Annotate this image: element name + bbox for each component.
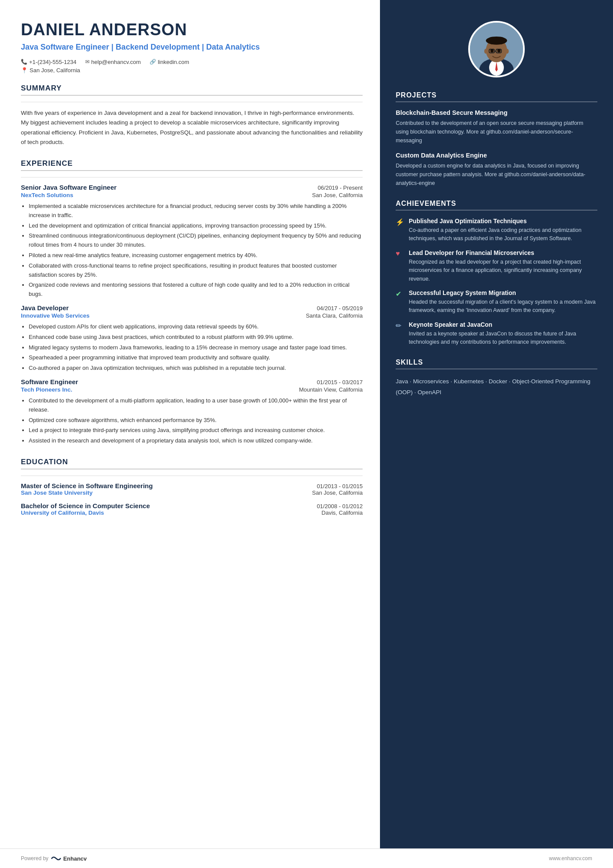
achievement-4: ✏ Keynote Speaker at JavaCon Invited as … [396,321,597,347]
edu-1-school-row: San Jose State University San Jose, Cali… [21,489,363,496]
enhancv-icon [51,855,61,862]
edu-1: Master of Science in Software Engineerin… [21,482,363,496]
bullet: Organized code reviews and mentoring ses… [29,281,363,299]
edu-2-location: Davis, California [322,509,363,516]
job-1-location: San Jose, California [312,192,363,198]
achievement-1-title: Published Java Optimization Techniques [409,218,597,225]
bullet: Optimized core software algorithms, whic… [29,416,363,425]
edu-1-school: San Jose State University [21,489,93,496]
job-3: Software Engineer 01/2015 - 03/2017 Tech… [21,378,363,446]
phone-icon: 📞 [21,59,27,65]
edu-1-degree: Master of Science in Software Engineerin… [21,482,153,489]
job-2-company: Innovative Web Services [21,312,90,319]
job-3-company-row: Tech Pioneers Inc. Mountain View, Califo… [21,386,363,393]
experience-section: EXPERIENCE Senior Java Software Engineer… [21,159,363,446]
job-1-company: NexTech Solutions [21,192,73,198]
avatar-wrap [396,21,597,77]
footer: Powered by Enhancv www.enhancv.com [0,848,613,868]
phone-item: 📞 +1-(234)-555-1234 [21,59,77,65]
candidate-title: Java Software Engineer | Backend Develop… [21,42,363,53]
achievement-3-title: Successful Legacy System Migration [409,289,597,296]
edu-1-location: San Jose, California [312,489,363,496]
experience-title: EXPERIENCE [21,159,363,171]
achievement-3-content: Successful Legacy System Migration Heade… [409,289,597,315]
job-2-location: Santa Clara, California [306,312,363,319]
achievement-1-icon: ⚡ [396,218,404,226]
svg-point-10 [506,49,509,54]
powered-by-label: Powered by [21,855,48,861]
linkedin-icon: 🔗 [150,59,156,65]
job-2-header: Java Developer 04/2017 - 05/2019 [21,304,363,312]
linkedin-item: 🔗 linkedin.com [150,59,189,65]
email-icon: ✉ [85,59,90,65]
summary-text: With five years of experience in Java de… [21,108,363,147]
right-column: PROJECTS Blockchain-Based Secure Messagi… [380,0,613,868]
svg-point-12 [497,49,501,53]
job-2-dates: 04/2017 - 05/2019 [317,305,363,312]
achievement-3-icon: ✔ [396,290,404,298]
job-3-dates: 01/2015 - 03/2017 [317,379,363,385]
edu-2-school: University of California, Davis [21,509,104,516]
job-2-role: Java Developer [21,304,69,312]
job-2-company-row: Innovative Web Services Santa Clara, Cal… [21,312,363,319]
header: DANIEL ANDERSON Java Software Engineer |… [21,21,363,74]
education-section: EDUCATION Master of Science in Software … [21,458,363,516]
job-1-company-row: NexTech Solutions San Jose, California [21,192,363,198]
job-2: Java Developer 04/2017 - 05/2019 Innovat… [21,304,363,373]
projects-title: PROJECTS [396,91,597,102]
achievements-title: ACHIEVEMENTS [396,200,597,211]
footer-left: Powered by Enhancv [21,855,87,862]
avatar [468,21,525,77]
left-column: DANIEL ANDERSON Java Software Engineer |… [0,0,380,868]
bullet: Contributed to the development of a mult… [29,396,363,415]
edu-2-degree: Bachelor of Science in Computer Science [21,502,150,509]
contact-row: 📞 +1-(234)-555-1234 ✉ help@enhancv.com 🔗… [21,59,363,65]
bullet: Co-authored a paper on Java optimization… [29,364,363,373]
svg-point-9 [484,49,488,54]
job-1-dates: 06/2019 - Present [318,184,363,191]
skills-section: SKILLS Java · Microservices · Kubernetes… [396,359,597,398]
achievement-3-desc: Headed the successful migration of a cli… [409,298,597,315]
skills-title: SKILLS [396,359,597,369]
edu-1-dates: 01/2013 - 01/2015 [317,483,363,489]
phone-number: +1-(234)-555-1234 [29,59,77,65]
project-2: Custom Data Analytics Engine Developed a… [396,152,597,188]
email-address: help@enhancv.com [91,59,141,65]
summary-title: SUMMARY [21,84,363,96]
achievement-1-content: Published Java Optimization Techniques C… [409,218,597,243]
bullet: Streamlined continuous integration/conti… [29,231,363,250]
achievement-4-title: Keynote Speaker at JavaCon [409,321,597,328]
edu-2-dates: 01/2008 - 01/2012 [317,503,363,509]
job-3-bullets: Contributed to the development of a mult… [21,396,363,446]
job-1-header: Senior Java Software Engineer 06/2019 - … [21,184,363,191]
candidate-name: DANIEL ANDERSON [21,21,363,39]
project-2-desc: Developed a custom engine for data analy… [396,161,597,188]
achievement-2-desc: Recognized as the lead developer for a p… [409,258,597,283]
job-1: Senior Java Software Engineer 06/2019 - … [21,184,363,299]
achievement-2-title: Lead Developer for Financial Microservic… [409,249,597,256]
bullet: Assisted in the research and development… [29,436,363,446]
job-2-bullets: Developed custom APIs for client web app… [21,322,363,373]
achievement-2: ♥ Lead Developer for Financial Microserv… [396,249,597,283]
project-1-desc: Contributed to the development of an ope… [396,119,597,145]
bullet: Led a project to integrate third-party s… [29,426,363,435]
linkedin-url: linkedin.com [158,59,189,65]
job-1-bullets: Implemented a scalable microservices arc… [21,202,363,299]
project-1-title: Blockchain-Based Secure Messaging [396,109,597,116]
achievement-2-content: Lead Developer for Financial Microservic… [409,249,597,283]
job-3-role: Software Engineer [21,378,78,385]
edu-1-header: Master of Science in Software Engineerin… [21,482,363,489]
projects-section: PROJECTS Blockchain-Based Secure Messagi… [396,91,597,188]
svg-point-11 [490,49,494,53]
project-1: Blockchain-Based Secure Messaging Contri… [396,109,597,145]
achievement-1: ⚡ Published Java Optimization Techniques… [396,218,597,243]
location-row: 📍 San Jose, California [21,67,363,74]
svg-point-5 [486,37,507,45]
achievement-4-desc: Invited as a keynote speaker at JavaCon … [409,330,597,347]
achievement-4-content: Keynote Speaker at JavaCon Invited as a … [409,321,597,347]
achievement-1-desc: Co-authored a paper on efficient Java co… [409,226,597,243]
job-3-company: Tech Pioneers Inc. [21,386,72,393]
edu-2-school-row: University of California, Davis Davis, C… [21,509,363,516]
bullet: Piloted a new real-time analytics featur… [29,251,363,260]
footer-website: www.enhancv.com [549,855,592,861]
